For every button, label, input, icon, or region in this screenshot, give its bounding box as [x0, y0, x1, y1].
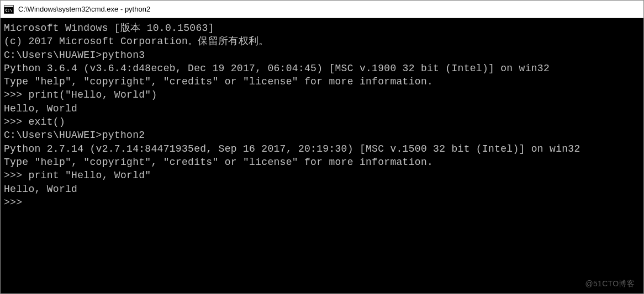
terminal-line: (c) 2017 Microsoft Corporation。保留所有权利。	[4, 35, 640, 48]
terminal-prompt-line: >>>	[4, 196, 640, 209]
terminal-line: >>> print "Hello, World"	[4, 169, 640, 182]
cmd-icon: C:\	[4, 5, 14, 14]
terminal-line: Microsoft Windows [版本 10.0.15063]	[4, 22, 640, 35]
terminal-line: Hello, World	[4, 183, 640, 196]
terminal-line: Hello, World	[4, 102, 640, 115]
terminal-line: Type "help", "copyright", "credits" or "…	[4, 75, 640, 88]
terminal-output[interactable]: Microsoft Windows [版本 10.0.15063] (c) 20…	[1, 18, 643, 293]
terminal-prompt: >>>	[4, 197, 28, 208]
terminal-line: C:\Users\HUAWEI>python3	[4, 49, 640, 62]
terminal-line: >>> exit()	[4, 115, 640, 129]
window-title: C:\Windows\system32\cmd.exe - python2	[18, 5, 150, 13]
terminal-line: C:\Users\HUAWEI>python2	[4, 129, 640, 142]
svg-rect-1	[4, 6, 13, 7]
terminal-line: Type "help", "copyright", "credits" or "…	[4, 156, 640, 169]
terminal-line: >>> print("Hello, World")	[4, 88, 640, 101]
terminal-line: Python 2.7.14 (v2.7.14:84471935ed, Sep 1…	[4, 142, 640, 156]
svg-text:C:\: C:\	[6, 8, 13, 13]
terminal-line: Python 3.6.4 (v3.6.4:d48eceb, Dec 19 201…	[4, 62, 640, 75]
watermark: @51CTO博客	[585, 279, 635, 289]
window-titlebar[interactable]: C:\ C:\Windows\system32\cmd.exe - python…	[1, 1, 643, 18]
